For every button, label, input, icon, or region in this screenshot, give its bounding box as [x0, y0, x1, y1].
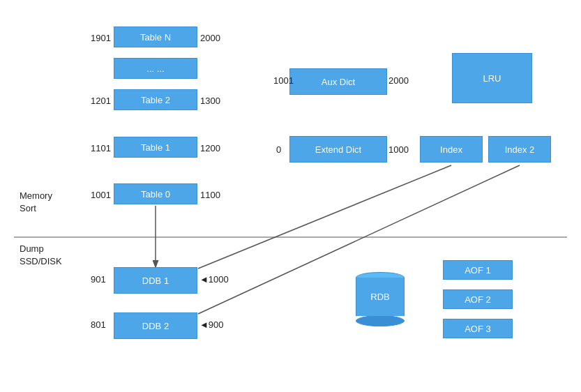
label-1001b: 1001	[273, 75, 294, 86]
aux-dict-label: Aux Dict	[322, 77, 355, 87]
label-0: 0	[276, 144, 281, 155]
aof3-label: AOF 3	[465, 324, 491, 334]
table1-box: Table 1	[114, 137, 197, 158]
rdb-ellipse-bottom	[356, 315, 405, 326]
aux-dict-box: Aux Dict	[289, 68, 387, 95]
ssd-disk-label: SSD/DISK	[20, 255, 62, 268]
table1-label: Table 1	[141, 142, 170, 153]
rdb-cylinder: RDB	[356, 272, 405, 326]
table2-label: Table 2	[141, 95, 170, 105]
svg-line-3	[198, 165, 451, 269]
label-2000b: 2000	[388, 75, 409, 86]
label-1300: 1300	[200, 96, 220, 106]
label-2000a: 2000	[200, 33, 220, 43]
aof1-box: AOF 1	[443, 260, 513, 280]
lru-box: LRU	[452, 53, 532, 103]
dump-ssd-label: Dump SSD/DISK	[20, 243, 62, 268]
label-901: 901	[91, 274, 106, 285]
table-n-label: Table N	[140, 32, 171, 43]
rdb-label: RDB	[370, 292, 389, 302]
ellipsis-box: ... ...	[114, 58, 197, 79]
ddb2-label: DDB 2	[142, 321, 169, 331]
label-1200: 1200	[200, 143, 220, 153]
ddb2-box: DDB 2	[114, 312, 197, 339]
label-1901: 1901	[91, 33, 111, 43]
label-1201: 1201	[91, 96, 111, 106]
diagram-container: Table N 1901 2000 ... ... Table 2 1201 1…	[0, 0, 581, 392]
table0-box: Table 0	[114, 183, 197, 204]
sort-label: Sort	[20, 202, 52, 215]
lru-label: LRU	[483, 73, 501, 84]
index2-label: Index 2	[505, 144, 535, 155]
aof2-label: AOF 2	[465, 294, 491, 305]
ellipsis-label: ... ...	[146, 63, 164, 74]
table-n-box: Table N	[114, 27, 197, 47]
label-1101: 1101	[91, 143, 111, 153]
ddb1-label: DDB 1	[142, 276, 169, 286]
index1-box: Index	[420, 136, 483, 163]
aof3-box: AOF 3	[443, 319, 513, 338]
memory-label: Memory	[20, 190, 52, 202]
aof2-box: AOF 2	[443, 289, 513, 309]
extend-dict-label: Extend Dict	[315, 144, 361, 155]
table2-box: Table 2	[114, 89, 197, 110]
label-1001a: 1001	[91, 190, 111, 200]
label-1000b: ◄1000	[199, 274, 229, 285]
dump-label: Dump	[20, 243, 62, 255]
index2-box: Index 2	[488, 136, 551, 163]
label-1100: 1100	[200, 190, 220, 200]
index1-label: Index	[440, 144, 462, 155]
rdb-body: RDB	[356, 278, 405, 316]
label-900: ◄900	[199, 319, 224, 330]
label-801: 801	[91, 319, 106, 330]
table0-label: Table 0	[141, 189, 170, 199]
ddb1-box: DDB 1	[114, 267, 197, 294]
label-1000a: 1000	[388, 144, 409, 155]
memory-sort-label: Memory Sort	[20, 190, 52, 215]
aof1-label: AOF 1	[465, 265, 491, 276]
extend-dict-box: Extend Dict	[289, 136, 387, 163]
